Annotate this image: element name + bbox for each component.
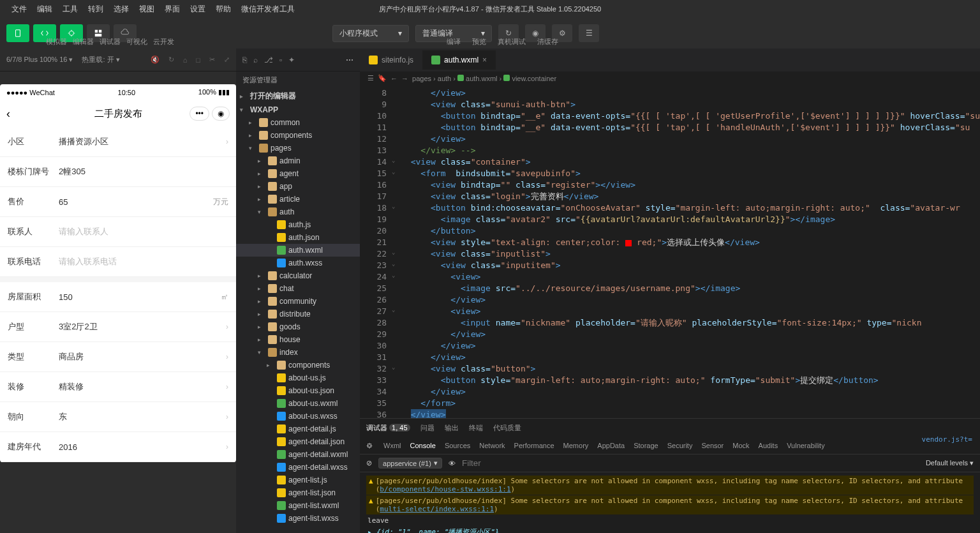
form-row[interactable]: 联系电话 请输入联系电话 [0, 247, 236, 277]
devtab-Performance[interactable]: Performance [514, 442, 554, 449]
menu-微信开发者工具[interactable]: 微信开发者工具 [236, 2, 300, 16]
tree-about-us.js[interactable]: about-us.js [236, 372, 360, 384]
con-tab[interactable]: 输出 [445, 423, 459, 433]
tree-distribute[interactable]: ▸ distribute [236, 308, 360, 320]
con-tab[interactable]: 终端 [469, 423, 483, 433]
form-row[interactable]: 朝向 东 › [0, 402, 236, 432]
menu-帮助[interactable]: 帮助 [211, 2, 236, 16]
back-icon[interactable]: ‹ [6, 107, 10, 121]
devtab-Mock[interactable]: Mock [732, 442, 749, 449]
devtab-Wxml[interactable]: Wxml [383, 442, 401, 449]
tree-admin[interactable]: ▸ admin [236, 154, 360, 167]
fold-icon[interactable]: ☰ [368, 74, 374, 82]
tree-about-us.json[interactable]: about-us.json [236, 384, 360, 397]
tree-agent[interactable]: ▸ agent [236, 167, 360, 180]
con-tab[interactable]: 调试器 1, 45 [366, 423, 410, 433]
tree-auth[interactable]: ▾ auth [236, 206, 360, 218]
tree-about-us.wxml[interactable]: about-us.wxml [236, 397, 360, 410]
search-icon[interactable]: ⌕ [253, 56, 258, 64]
box-icon[interactable]: ▫ [279, 56, 282, 64]
form-row[interactable]: 小区 播播资源小区 › [0, 127, 236, 157]
tree-agent-detail.js[interactable]: agent-detail.js [236, 423, 360, 435]
tree-house[interactable]: ▸ house [236, 333, 360, 346]
hot-reload[interactable]: 热重载: 开 ▾ [82, 55, 119, 64]
tree-agent-list.js[interactable]: agent-list.js [236, 474, 360, 486]
tree-auth.wxss[interactable]: auth.wxss [236, 257, 360, 269]
tree-common[interactable]: ▸ common [236, 116, 360, 129]
tree-auth.wxml[interactable]: auth.wxml [236, 244, 360, 257]
devtab-Audits[interactable]: Audits [759, 442, 778, 449]
back-icon[interactable]: □ [196, 56, 200, 64]
filter-input[interactable] [462, 458, 919, 468]
bookmark-icon[interactable]: 🔖 [378, 74, 387, 82]
more-icon[interactable]: ⋯ [346, 56, 353, 64]
devtab-Sources[interactable]: Sources [445, 442, 470, 449]
tree-agent-detail.json[interactable]: agent-detail.json [236, 435, 360, 448]
tree-agent-detail.wxss[interactable]: agent-detail.wxss [236, 461, 360, 474]
devtab-Sensor[interactable]: Sensor [701, 442, 724, 449]
devtab-Storage[interactable]: Storage [634, 442, 658, 449]
menu-工具[interactable]: 工具 [57, 2, 83, 16]
form-row[interactable]: 类型 商品房 › [0, 342, 236, 372]
devtab-Memory[interactable]: Memory [563, 442, 589, 449]
menu-设置[interactable]: 设置 [185, 2, 211, 16]
context-select[interactable]: appservice (#1) ▾ [378, 458, 442, 469]
con-tab[interactable]: 代码质量 [493, 423, 521, 433]
levels-select[interactable]: Default levels ▾ [926, 459, 974, 467]
tree-agent-list.wxml[interactable]: agent-list.wxml [236, 499, 360, 512]
tree-index[interactable]: ▾ index [236, 346, 360, 359]
branch-icon[interactable]: ⎇ [264, 56, 273, 64]
devtab-Network[interactable]: Network [479, 442, 505, 449]
close-pill[interactable]: ◉ [212, 107, 230, 121]
tree-about-us.wxss[interactable]: about-us.wxss [236, 410, 360, 423]
tree-agent-detail.wxml[interactable]: agent-detail.wxml [236, 448, 360, 461]
copy-icon[interactable]: ⎘ [242, 56, 247, 64]
tree-community[interactable]: ▸ community [236, 295, 360, 308]
tree-calculator[interactable]: ▸ calculator [236, 269, 360, 282]
form-row[interactable]: 房屋面积 150 ㎡ [0, 282, 236, 312]
form-row[interactable]: 户型 3室2厅2卫 › [0, 312, 236, 342]
tree-agent-list.json[interactable]: agent-list.json [236, 486, 360, 499]
mode-select[interactable]: 小程序模式▾ [332, 25, 409, 42]
section-editors[interactable]: ▸打开的编辑器 [236, 89, 360, 103]
devtab-Vulnerability[interactable]: Vulnerability [787, 442, 825, 449]
code-area[interactable]: 8910111213141516171819202122232425262728… [360, 85, 980, 418]
tree-goods[interactable]: ▸ goods [236, 320, 360, 333]
menu-编辑[interactable]: 编辑 [32, 2, 57, 16]
tree-auth.js[interactable]: auth.js [236, 218, 360, 231]
devtab-AppData[interactable]: AppData [597, 442, 625, 449]
form-row[interactable]: 装修 精装修 › [0, 372, 236, 402]
clear-icon[interactable]: ⊘ [366, 459, 372, 467]
menu-pill[interactable]: ••• [189, 107, 209, 121]
device-select[interactable]: 6/7/8 Plus 100% 16 ▾ [6, 56, 73, 64]
tree-chat[interactable]: ▸ chat [236, 282, 360, 295]
simulator-button[interactable] [6, 24, 29, 42]
rotate-icon[interactable]: ↻ [168, 56, 174, 64]
cut-icon[interactable]: ✂ [209, 56, 215, 64]
eye-icon[interactable]: 👁 [449, 460, 456, 467]
clear-cache-icon[interactable]: ☰ [579, 24, 599, 42]
home-icon[interactable]: ⌂ [183, 56, 188, 64]
form-row[interactable]: 楼栋门牌号 2幢305 [0, 157, 236, 187]
menu-转到[interactable]: 转到 [83, 2, 108, 16]
menu-界面[interactable]: 界面 [160, 2, 185, 16]
tree-article[interactable]: ▸ article [236, 193, 360, 206]
tab-auth.wxml[interactable]: auth.wxml× [422, 50, 496, 70]
sparkle-icon[interactable]: ✦ [288, 56, 295, 64]
tree-pages[interactable]: ▾ pages [236, 142, 360, 154]
tree-agent-list.wxss[interactable]: agent-list.wxss [236, 512, 360, 525]
devtab-Security[interactable]: Security [667, 442, 693, 449]
nav-back-icon[interactable]: ← [390, 75, 397, 82]
section-wxapp[interactable]: ▾WXAPP [236, 103, 360, 116]
menu-选择[interactable]: 选择 [108, 2, 134, 16]
form-row[interactable]: 售价 65 万元 [0, 187, 236, 217]
inspect-icon[interactable]: ⯐ [366, 442, 373, 449]
form-row[interactable]: 建房年代 2016 › [0, 432, 236, 462]
devtab-Console[interactable]: Console [410, 442, 436, 449]
tree-app[interactable]: ▸ app [236, 180, 360, 193]
menu-视图[interactable]: 视图 [134, 2, 160, 16]
form-row[interactable]: 联系人 请输入联系人 [0, 217, 236, 247]
tree-components[interactable]: ▸ components [236, 129, 360, 142]
tree-components[interactable]: ▸ components [236, 359, 360, 372]
nav-fwd-icon[interactable]: → [401, 75, 408, 82]
